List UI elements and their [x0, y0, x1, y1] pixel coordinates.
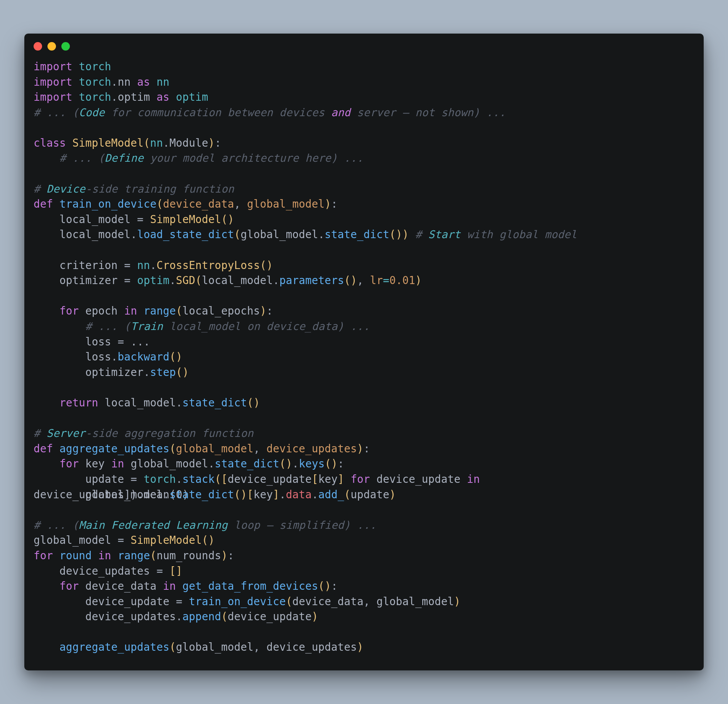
titlebar	[24, 34, 704, 54]
code-line: device_update = train_on_device(device_d…	[34, 595, 461, 608]
code-line: loss = ...	[34, 335, 150, 348]
code-line: import torch.nn as nn	[34, 76, 169, 88]
code-line-overlapped: device_updates]).mean(0) global_model.st…	[34, 487, 694, 503]
code-line: class SimpleModel(nn.Module):	[34, 137, 221, 149]
code-line: criterion = nn.CrossEntropyLoss()	[34, 259, 273, 271]
code-window: import torch import torch.nn as nn impor…	[24, 34, 704, 670]
zoom-icon[interactable]	[61, 42, 70, 51]
code-line: def aggregate_updates(global_model, devi…	[34, 442, 370, 455]
code-comment: # ... (Train local_model on device_data)…	[34, 320, 370, 332]
code-line: update = torch.stack([device_update[key]…	[34, 473, 480, 485]
code-line: device_updates.append(device_update)	[34, 610, 318, 623]
code-line: for device_data in get_data_from_devices…	[34, 580, 338, 592]
code-comment: # ... (Define your model architecture he…	[34, 152, 364, 164]
code-line: device_updates = []	[34, 565, 182, 577]
code-line: loss.backward()	[34, 350, 182, 363]
code-line: import torch	[34, 60, 111, 73]
code-comment: # ... (Main Federated Learning loop – si…	[34, 519, 376, 531]
code-line: def train_on_device(device_data, global_…	[34, 198, 338, 210]
code-line: return local_model.state_dict()	[34, 396, 260, 409]
code-line: optimizer.step()	[34, 366, 189, 378]
code-line: for epoch in range(local_epochs):	[34, 305, 273, 317]
code-comment: # Server-side aggregation function	[34, 427, 254, 439]
close-icon[interactable]	[34, 42, 42, 51]
code-line: local_model.load_state_dict(global_model…	[34, 228, 577, 240]
code-area[interactable]: import torch import torch.nn as nn impor…	[24, 54, 704, 670]
code-line: global_model = SimpleModel()	[34, 534, 215, 546]
code-line: optimizer = optim.SGD(local_model.parame…	[34, 274, 422, 286]
code-line: import torch.optim as optim	[34, 91, 208, 103]
code-line: for key in global_model.state_dict().key…	[34, 457, 344, 470]
code-comment: # Device-side training function	[34, 183, 234, 195]
minimize-icon[interactable]	[47, 42, 56, 51]
code-line: local_model = SimpleModel()	[34, 213, 234, 225]
code-line: aggregate_updates(global_model, device_u…	[34, 641, 364, 653]
code-comment: # ... (Code for communication between de…	[34, 106, 506, 118]
code-line: for round in range(num_rounds):	[34, 549, 234, 562]
